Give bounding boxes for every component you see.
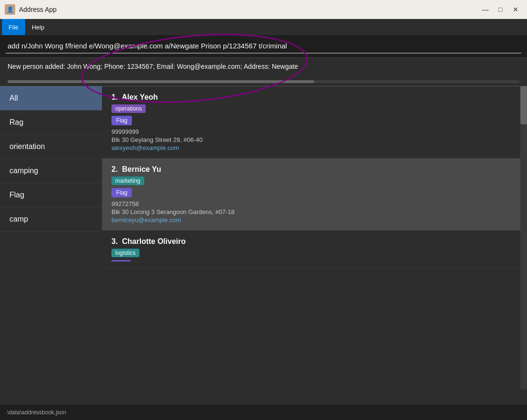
contact-2-flag-button[interactable]: Flag <box>111 188 132 197</box>
contact-1-tags: operations <box>111 104 518 113</box>
contact-2-phone: 99272758 <box>111 200 518 207</box>
contact-3-tags: logistics <box>111 249 518 257</box>
sidebar-item-rag[interactable]: Rag <box>0 111 102 135</box>
minimize-button[interactable]: — <box>479 4 492 15</box>
contact-3-number: 3. <box>111 237 122 245</box>
contact-1-flag-row: Flag <box>111 116 518 128</box>
contact-3-tag-logistics: logistics <box>111 249 139 257</box>
menu-file[interactable]: File <box>2 19 25 35</box>
contact-2-tags: marketing <box>111 177 518 185</box>
contact-card-3[interactable]: 3. Charlotte Oliveiro logistics <box>102 231 527 269</box>
close-button[interactable]: ✕ <box>509 4 522 15</box>
sidebar: All Rag orientation camping Flag camp <box>0 86 102 390</box>
sidebar-item-all[interactable]: All <box>0 86 102 111</box>
sidebar-item-orientation[interactable]: orientation <box>0 135 102 159</box>
contact-3-name: 3. Charlotte Oliveiro <box>111 237 518 246</box>
contact-1-number: 1. <box>111 93 122 101</box>
scrollbar-thumb <box>520 86 527 124</box>
output-scrollbar-thumb <box>8 80 314 83</box>
output-scrollbar[interactable] <box>8 80 519 83</box>
status-path: .\data\addressbook.json <box>6 409 66 416</box>
contact-2-number: 2. <box>111 165 122 173</box>
contact-1-email: alexyeoh@example.com <box>111 144 518 151</box>
contact-1-phone: 99999999 <box>111 128 518 135</box>
contact-2-flag-row: Flag <box>111 188 518 200</box>
main-content: All Rag orientation camping Flag camp 1.… <box>0 86 527 390</box>
menu-help[interactable]: Help <box>25 19 51 35</box>
menu-bar: File Help <box>0 19 527 35</box>
sidebar-item-camping[interactable]: camping <box>0 159 102 183</box>
maximize-button[interactable]: □ <box>494 4 507 15</box>
title-bar: 👤 Address App — □ ✕ <box>0 0 527 19</box>
contact-1-name: 1. Alex Yeoh <box>111 93 518 102</box>
contact-1-address: Blk 30 Geylang Street 29, #06-40 <box>111 136 518 143</box>
contact-list: 1. Alex Yeoh operations Flag 99999999 Bl… <box>102 86 527 390</box>
output-text: New person added: John Wong; Phone: 1234… <box>8 63 519 70</box>
contact-2-name: 2. Bernice Yu <box>111 165 518 174</box>
contact-2-address: Blk 30 Lorong 3 Serangoon Gardens, #07-1… <box>111 208 518 215</box>
scrollbar-track[interactable] <box>520 86 527 390</box>
sidebar-item-camp[interactable]: camp <box>0 207 102 232</box>
app-icon: 👤 <box>5 4 15 15</box>
window-title: Address App <box>19 6 56 13</box>
contact-2-email: berniceyu@example.com <box>111 216 518 224</box>
status-bar: .\data\addressbook.json <box>0 405 527 420</box>
title-bar-controls: — □ ✕ <box>479 4 522 15</box>
contact-2-tag-marketing: marketing <box>111 177 144 185</box>
command-input[interactable] <box>6 39 521 54</box>
command-area <box>0 35 527 58</box>
title-bar-left: 👤 Address App <box>5 4 56 15</box>
contact-3-underline <box>111 260 130 261</box>
contact-card-2[interactable]: 2. Bernice Yu marketing Flag 99272758 Bl… <box>102 159 527 231</box>
output-area: New person added: John Wong; Phone: 1234… <box>0 58 527 86</box>
sidebar-item-flag[interactable]: Flag <box>0 183 102 207</box>
contact-1-tag-operations: operations <box>111 104 146 113</box>
contact-card-1[interactable]: 1. Alex Yeoh operations Flag 99999999 Bl… <box>102 86 527 159</box>
contact-1-flag-button[interactable]: Flag <box>111 116 132 125</box>
